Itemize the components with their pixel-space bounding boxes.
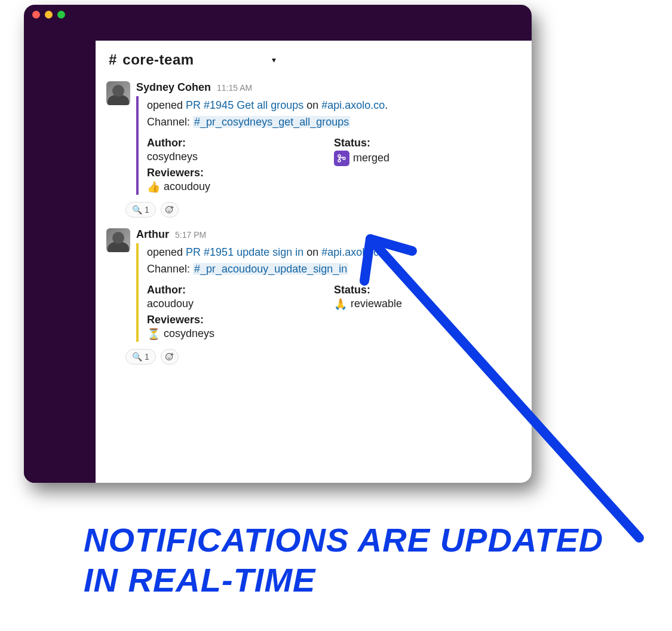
channel-label: Channel:: [147, 263, 193, 275]
svg-point-4: [167, 209, 168, 210]
reaction[interactable]: 🔍 1: [125, 202, 156, 218]
svg-point-8: [170, 356, 171, 357]
sidebar: [24, 24, 96, 483]
annotation-caption: NOTIFICATIONS ARE UPDATED IN REAL-TIME: [84, 520, 621, 600]
message-time: 5:17 PM: [175, 230, 206, 240]
channel-link[interactable]: #_pr_cosydneys_get_all_groups: [193, 116, 350, 128]
avatar[interactable]: [106, 81, 130, 105]
opened-text: opened: [147, 99, 186, 111]
status-label: Status:: [334, 284, 521, 296]
merge-icon: [334, 151, 349, 166]
pr-link[interactable]: PR #1951 update sign in: [186, 246, 303, 258]
attachment: opened PR #1945 Get all groups on #api.a…: [136, 96, 521, 195]
status-value: reviewable: [351, 298, 402, 310]
content-area: # core-team ▾ Sydney Cohen 11:15 AM open…: [96, 41, 532, 483]
svg-point-1: [338, 160, 340, 162]
message: Sydney Cohen 11:15 AM opened PR #1945 Ge…: [96, 76, 532, 197]
window-titlebar: [24, 5, 532, 24]
app-window: # core-team ▾ Sydney Cohen 11:15 AM open…: [24, 5, 532, 483]
thumbs-up-icon: 👍: [147, 180, 160, 194]
status-value: merged: [353, 152, 389, 164]
avatar[interactable]: [106, 228, 130, 252]
period: .: [385, 246, 388, 258]
pray-icon: 🙏: [334, 298, 347, 311]
reaction[interactable]: 🔍 1: [125, 349, 156, 364]
minimize-icon[interactable]: [45, 11, 53, 19]
reaction-count: 1: [145, 205, 149, 215]
period: .: [385, 99, 388, 111]
reviewer-value: cosydneys: [164, 327, 214, 340]
reviewers-label: Reviewers:: [147, 167, 334, 179]
author-label: Author:: [147, 284, 334, 296]
channel-label: Channel:: [147, 116, 193, 128]
magnifier-icon: 🔍: [132, 205, 142, 215]
message-author[interactable]: Sydney Cohen: [136, 81, 211, 94]
message: Arthur 5:17 PM opened PR #1951 update si…: [96, 223, 532, 344]
add-reaction-button[interactable]: [161, 349, 179, 364]
status-label: Status:: [334, 137, 521, 149]
author-value: acoudouy: [147, 298, 334, 310]
add-reaction-button[interactable]: [161, 202, 179, 218]
reviewer-value: acoudouy: [164, 180, 210, 193]
author-label: Author:: [147, 137, 334, 149]
on-text: on: [303, 246, 321, 258]
magnifier-icon: 🔍: [132, 352, 142, 362]
on-text: on: [303, 99, 321, 111]
pr-link[interactable]: PR #1945 Get all groups: [186, 99, 303, 111]
reactions-bar: 🔍 1: [125, 202, 532, 218]
svg-point-0: [338, 155, 340, 157]
svg-point-7: [167, 356, 168, 357]
opened-text: opened: [147, 246, 186, 258]
channel-header[interactable]: # core-team ▾: [96, 41, 532, 76]
reaction-count: 1: [145, 352, 149, 362]
svg-point-5: [170, 209, 171, 210]
channel-link[interactable]: #_pr_acoudouy_update_sign_in: [193, 263, 348, 275]
repo-link[interactable]: #api.axolo.co: [321, 99, 385, 111]
maximize-icon[interactable]: [57, 11, 65, 19]
reactions-bar: 🔍 1: [125, 349, 532, 364]
close-icon[interactable]: [32, 11, 40, 19]
hash-icon: #: [109, 51, 116, 68]
message-author[interactable]: Arthur: [136, 228, 169, 241]
channel-name: core-team: [122, 51, 194, 68]
svg-point-2: [343, 157, 345, 160]
chevron-down-icon[interactable]: ▾: [272, 55, 276, 65]
message-time: 11:15 AM: [217, 83, 252, 93]
author-value: cosydneys: [147, 151, 334, 163]
hourglass-icon: ⏳: [147, 327, 160, 341]
reviewers-label: Reviewers:: [147, 314, 334, 326]
repo-link[interactable]: #api.axolo.co: [321, 246, 385, 258]
attachment: opened PR #1951 update sign in on #api.a…: [136, 243, 521, 342]
